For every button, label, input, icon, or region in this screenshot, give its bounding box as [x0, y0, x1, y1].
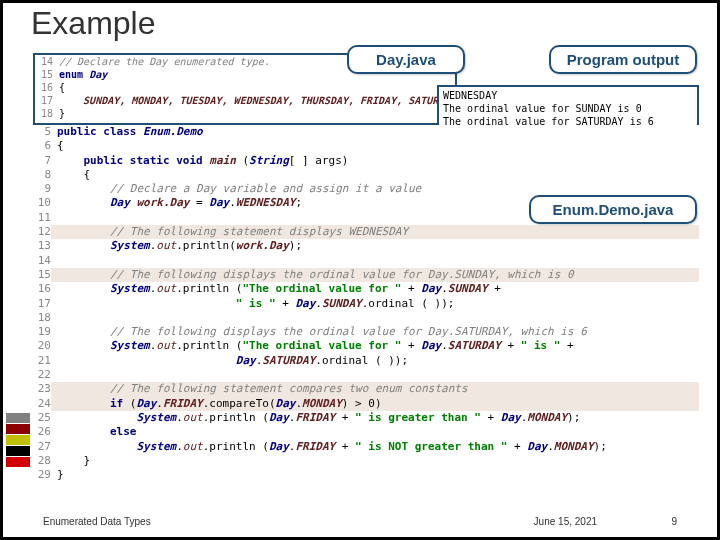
accent-bar — [6, 435, 30, 445]
accent-bar — [6, 446, 30, 456]
accent-bar — [6, 413, 30, 423]
accent-bar — [6, 424, 30, 434]
slide-title: Example — [31, 5, 156, 42]
slide: Example 14// Declare the Day enumerated … — [0, 0, 720, 540]
callout-program-output: Program output — [549, 45, 697, 74]
footer-date: June 15, 2021 — [534, 516, 597, 527]
callout-enum-demo-java: Enum.Demo.java — [529, 195, 697, 224]
callout-day-java: Day.java — [347, 45, 465, 74]
enum-demo-code-box: 5public class Enum.Demo 6{ 7 public stat… — [33, 125, 699, 485]
accent-bar — [6, 457, 30, 467]
footer-page-number: 9 — [671, 516, 677, 527]
footer-topic: Enumerated Data Types — [43, 516, 151, 527]
sidebar-accent — [6, 51, 30, 507]
enum-demo-code: 5public class Enum.Demo 6{ 7 public stat… — [33, 125, 699, 482]
